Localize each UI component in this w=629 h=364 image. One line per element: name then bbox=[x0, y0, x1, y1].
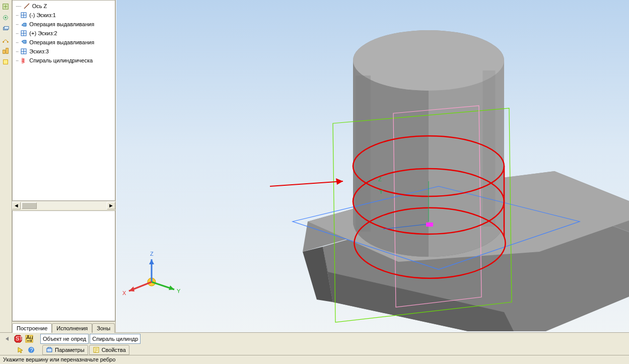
spiral-field-text: Спираль цилиндр bbox=[92, 336, 138, 342]
origin-y-label: Y bbox=[379, 189, 383, 195]
svg-rect-7 bbox=[3, 50, 5, 53]
status-bar: Укажите вершину или переназначьте ребро bbox=[0, 355, 629, 364]
tool-button-6[interactable] bbox=[0, 56, 11, 67]
svg-rect-44 bbox=[47, 348, 52, 352]
feature-tree: ······ Ось Z ··· (-) Эскиз:1 ··· Операци… bbox=[12, 0, 115, 201]
tree-item-label: Спираль цилиндрическа bbox=[29, 57, 93, 63]
svg-text:Auto: Auto bbox=[26, 335, 33, 340]
tree-item-axis-z[interactable]: ······ Ось Z bbox=[13, 2, 115, 11]
sketch-icon bbox=[20, 48, 27, 55]
left-panel: ······ Ось Z ··· (-) Эскиз:1 ··· Операци… bbox=[12, 0, 116, 332]
axis-y-label: Y bbox=[177, 288, 181, 294]
tab-label: Зоны bbox=[97, 325, 110, 331]
tree-item-label: Операция выдавливания bbox=[29, 21, 94, 27]
object-field-text: Объект не опред bbox=[43, 336, 86, 342]
vertical-toolbar bbox=[0, 0, 12, 332]
svg-rect-9 bbox=[4, 60, 8, 64]
spiral-icon bbox=[20, 57, 27, 64]
tab-label: Исполнения bbox=[56, 325, 88, 331]
extrude-icon bbox=[20, 39, 27, 46]
svg-point-2 bbox=[5, 17, 7, 19]
axis-icon bbox=[23, 3, 30, 10]
selection-tool-icon[interactable] bbox=[15, 345, 25, 355]
extrude-icon bbox=[20, 21, 27, 28]
tree-item-extrude-1[interactable]: ··· Операция выдавливания bbox=[13, 20, 115, 29]
tree-tabs: Построение Исполнения Зоны bbox=[12, 321, 115, 332]
tool-button-2[interactable] bbox=[0, 12, 11, 23]
svg-rect-28 bbox=[426, 223, 433, 227]
svg-marker-33 bbox=[149, 259, 154, 264]
axis-x-label: X bbox=[122, 290, 126, 296]
svg-marker-37 bbox=[129, 286, 134, 292]
tab-executions[interactable]: Исполнения bbox=[52, 323, 92, 333]
svg-line-29 bbox=[270, 181, 343, 186]
spiral-field[interactable]: Спираль цилиндр bbox=[90, 334, 141, 344]
tab-label: Свойства bbox=[102, 347, 126, 353]
parameters-icon bbox=[46, 346, 53, 353]
status-text: Укажите вершину или переназначьте ребро bbox=[3, 356, 115, 362]
object-field[interactable]: Объект не опред bbox=[40, 334, 89, 344]
tree-item-label: Эскиз:3 bbox=[29, 48, 49, 54]
sketch-icon bbox=[20, 12, 27, 19]
svg-text:STOP: STOP bbox=[16, 335, 22, 341]
tab-zones[interactable]: Зоны bbox=[92, 323, 115, 333]
axis-z-label: Z bbox=[150, 251, 154, 257]
svg-text:?: ? bbox=[30, 347, 33, 353]
sketch-icon bbox=[20, 30, 27, 37]
tree-item-label: (+) Эскиз:2 bbox=[29, 30, 57, 36]
tab-parameters[interactable]: Параметры bbox=[42, 345, 88, 355]
help-icon[interactable]: ? bbox=[26, 345, 36, 355]
origin-z-label: Z bbox=[378, 176, 382, 182]
annotation-arrow bbox=[270, 178, 343, 186]
scroll-right-arrow[interactable]: ► bbox=[107, 202, 115, 209]
scroll-thumb[interactable] bbox=[22, 202, 37, 209]
tab-label: Построение bbox=[17, 325, 47, 331]
svg-marker-35 bbox=[169, 285, 174, 290]
tree-item-label: (-) Эскиз:1 bbox=[29, 12, 56, 18]
tool-button-4[interactable] bbox=[0, 34, 11, 45]
svg-point-5 bbox=[3, 41, 4, 43]
auto-icon[interactable]: Auto bbox=[24, 334, 34, 344]
tree-item-label: Операция выдавливания bbox=[29, 39, 94, 45]
properties-icon bbox=[93, 346, 100, 353]
tree-item-sketch-3[interactable]: ··· Эскиз:3 bbox=[13, 47, 115, 56]
tree-item-spiral[interactable]: ··· Спираль цилиндрическа bbox=[13, 56, 115, 65]
tab-label: Параметры bbox=[55, 347, 85, 353]
tree-item-label: Ось Z bbox=[32, 3, 47, 9]
tool-button-5[interactable] bbox=[0, 45, 11, 56]
3d-viewport[interactable]: Z Y Z bbox=[116, 0, 629, 332]
svg-point-22 bbox=[353, 30, 504, 91]
tool-button-3[interactable] bbox=[0, 23, 11, 34]
svg-rect-4 bbox=[4, 27, 9, 29]
command-bar: STOP Auto Объект не опред Спираль цилинд… bbox=[0, 332, 629, 355]
tool-button-1[interactable] bbox=[0, 1, 11, 12]
tree-item-extrude-2[interactable]: ··· Операция выдавливания bbox=[13, 38, 115, 47]
svg-point-6 bbox=[7, 41, 9, 43]
svg-marker-30 bbox=[336, 178, 343, 185]
tab-build[interactable]: Построение bbox=[12, 323, 52, 333]
svg-rect-8 bbox=[6, 48, 8, 54]
tab-properties[interactable]: Свойства bbox=[89, 345, 129, 355]
back-arrow-icon[interactable] bbox=[2, 334, 12, 344]
tree-item-sketch-1[interactable]: ··· (-) Эскиз:1 bbox=[13, 11, 115, 20]
svg-line-10 bbox=[24, 4, 29, 9]
tree-item-sketch-2[interactable]: ··· (+) Эскиз:2 bbox=[13, 29, 115, 38]
scroll-left-arrow[interactable]: ◄ bbox=[12, 202, 21, 209]
stop-icon[interactable]: STOP bbox=[13, 334, 23, 344]
tree-horizontal-scrollbar[interactable]: ◄ ► bbox=[12, 201, 115, 209]
axis-triad: Z Y X bbox=[122, 251, 181, 296]
lower-panel bbox=[12, 210, 115, 321]
